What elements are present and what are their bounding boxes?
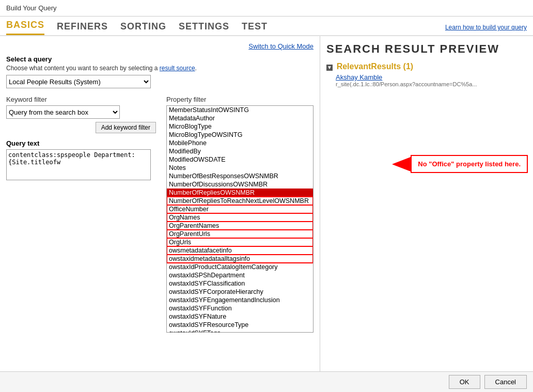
keyword-filter-select[interactable]: Query from the search box (6, 105, 120, 119)
tabs-left: BASICS REFINERS SORTING SETTINGS TEST (6, 20, 268, 35)
result-group: ▼ RelevantResults (1) Akshay Kamble r_si… (326, 62, 527, 87)
annotation-arrow (392, 157, 411, 171)
cancel-button[interactable]: Cancel (484, 375, 527, 377)
list-item[interactable]: owstaxIdSYFResourceType (167, 321, 313, 329)
list-item[interactable]: MicroBlogTypeOWSINTG (167, 131, 313, 139)
list-item[interactable]: owstaxIdSYFClassification (167, 279, 313, 288)
list-item[interactable]: owsmetadatafacetinfo (167, 246, 313, 255)
list-item[interactable]: owstaxidmetadataalltagsinfo (167, 255, 313, 263)
result-source-link[interactable]: result source (160, 65, 195, 72)
list-item[interactable]: owstaxIdSYFNature (167, 312, 313, 321)
list-item[interactable]: owstaxIdSYFCorporateHierarchy (167, 288, 313, 296)
property-listbox[interactable]: MemberStatusIntOWSINTGMetadataAuthorMicr… (166, 105, 313, 333)
keyword-filter-section: Keyword filter Query from the search box… (6, 96, 156, 182)
select-query-section: Select a query Choose what content you w… (6, 55, 313, 88)
list-item[interactable]: Notes (167, 164, 313, 172)
result-group-title[interactable]: RelevantResults (1) (337, 62, 414, 71)
query-text-section: Query text contentclass:spspeople Depart… (6, 139, 156, 182)
keyword-filter-label: Keyword filter (6, 96, 156, 103)
preview-title: SEARCH RESULT PREVIEW (326, 42, 527, 56)
select-query-desc: Choose what content you want to search b… (6, 65, 313, 72)
list-item[interactable]: MetadataAuthor (167, 114, 313, 122)
select-dropdown: Local People Results (System) (6, 75, 313, 88)
bottom-bar: OK Cancel (0, 371, 533, 377)
list-item[interactable]: NumberOfRepliesOWSNMBR (167, 189, 313, 197)
list-item[interactable]: ModifiedBy (167, 147, 313, 155)
query-text-input[interactable]: contentclass:spspeople Department:{Site.… (6, 149, 151, 180)
tabs-row: BASICS REFINERS SORTING SETTINGS TEST Le… (0, 17, 533, 36)
result-item-name[interactable]: Akshay Kamble (336, 73, 527, 81)
list-item[interactable]: OrgParentUrls (167, 230, 313, 238)
learn-how-link[interactable]: Learn how to build your query (445, 24, 527, 31)
list-item[interactable]: MicroBlogType (167, 122, 313, 131)
quick-mode-link[interactable]: Switch to Quick Mode (248, 42, 313, 50)
list-item[interactable]: owstaxIdSPShDepartment (167, 271, 313, 279)
tab-refiners[interactable]: REFINERS (57, 21, 108, 35)
ok-button[interactable]: OK (449, 375, 480, 377)
list-item[interactable]: owstaxIdSYFEngagementandInclusion (167, 296, 313, 304)
list-item[interactable]: NumberOfBestResponsesOWSNMBR (167, 172, 313, 180)
main-content: Switch to Quick Mode Select a query Choo… (0, 36, 533, 377)
filters-row: Keyword filter Query from the search box… (6, 96, 313, 333)
result-item-url: r_site(.dc.1.lc.:80/Person.aspx?accountn… (336, 81, 527, 87)
result-item: Akshay Kamble r_site(.dc.1.lc.:80/Person… (336, 73, 527, 87)
query-text-label: Query text (6, 139, 156, 147)
result-toggle[interactable]: ▼ (326, 65, 333, 71)
annotation-container: No "Office" property listed here. (392, 155, 528, 173)
right-panel: SEARCH RESULT PREVIEW ▼ RelevantResults … (320, 36, 533, 377)
tab-settings[interactable]: SETTINGS (179, 21, 229, 35)
list-item[interactable]: ModifiedOWSDATE (167, 155, 313, 164)
add-keyword-button[interactable]: Add keyword filter (96, 122, 156, 133)
list-item[interactable]: OrgParentNames (167, 222, 313, 230)
list-item[interactable]: NumberOfRepliesToReachNextLevelOWSNMBR (167, 197, 313, 205)
select-query-label: Select a query (6, 55, 313, 63)
list-item[interactable]: owstaxIdProductCatalogItemCategory (167, 263, 313, 271)
quick-mode-row: Switch to Quick Mode (6, 42, 313, 50)
list-item[interactable]: OrgNames (167, 213, 313, 222)
list-item[interactable]: owstaxIdSYFTags (167, 329, 313, 333)
list-item[interactable]: OfficeNumber (167, 205, 313, 213)
property-filter-section: Property filter MemberStatusIntOWSINTGMe… (166, 96, 313, 333)
top-bar: Build Your Query (0, 0, 533, 17)
list-item[interactable]: MobilePhone (167, 139, 313, 147)
list-item[interactable]: owstaxIdSYFFunction (167, 304, 313, 312)
tab-test[interactable]: TEST (242, 21, 268, 35)
annotation-text: No "Office" property listed here. (411, 155, 528, 173)
list-item[interactable]: NumberOfDiscussionsOWSNMBR (167, 180, 313, 189)
keyword-dropdown-row: Query from the search box (6, 105, 156, 119)
page-title: Build Your Query (6, 4, 57, 12)
list-item[interactable]: MemberStatusIntOWSINTG (167, 106, 313, 114)
left-panel: Switch to Quick Mode Select a query Choo… (0, 36, 320, 377)
property-filter-label: Property filter (166, 96, 313, 103)
tab-basics[interactable]: BASICS (6, 20, 44, 35)
query-source-select[interactable]: Local People Results (System) (6, 75, 151, 88)
list-item[interactable]: OrgUrls (167, 238, 313, 246)
tab-sorting[interactable]: SORTING (120, 21, 166, 35)
